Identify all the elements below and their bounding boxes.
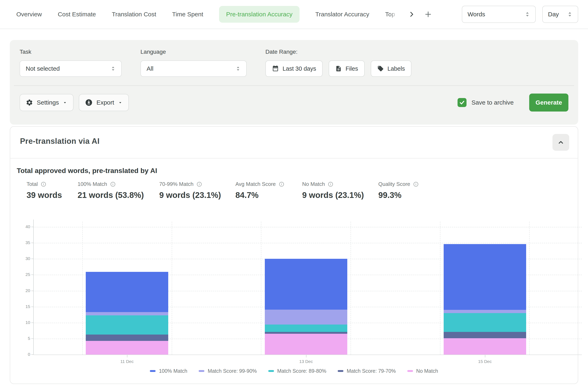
filter-divider bbox=[14, 85, 574, 86]
stat-value: 9 words (23.1%) bbox=[159, 191, 221, 200]
stat-label: Total bbox=[26, 181, 38, 187]
chevron-up-icon bbox=[557, 139, 564, 146]
files-filter-label: Files bbox=[345, 65, 358, 72]
language-select-value: All bbox=[147, 65, 153, 72]
info-icon[interactable] bbox=[110, 181, 116, 187]
info-icon[interactable] bbox=[413, 181, 419, 187]
report-tabbar: OverviewCost EstimateTranslation CostTim… bbox=[0, 0, 588, 29]
stat-avg-match-score: Avg Match Score84.7% bbox=[235, 181, 284, 200]
file-icon bbox=[335, 65, 342, 72]
period-select[interactable]: Day bbox=[542, 6, 578, 23]
generate-button[interactable]: Generate bbox=[529, 94, 568, 111]
export-button-label: Export bbox=[96, 99, 114, 106]
add-report-button[interactable] bbox=[424, 11, 432, 18]
tab-list: OverviewCost EstimateTranslation CostTim… bbox=[16, 6, 399, 23]
chevron-right-icon bbox=[408, 11, 415, 18]
save-to-archive-checkbox[interactable] bbox=[458, 98, 466, 107]
tab-time-spent[interactable]: Time Spent bbox=[172, 11, 203, 18]
tab-translator-accuracy[interactable]: Translator Accuracy bbox=[315, 11, 369, 18]
tab-pre-translation-accuracy[interactable]: Pre-translation Accuracy bbox=[219, 6, 299, 23]
caret-down-icon bbox=[118, 100, 123, 105]
pretranslation-panel: Pre-translation via AI Total approved wo… bbox=[10, 126, 578, 384]
calendar-icon bbox=[272, 65, 279, 72]
download-circle-icon bbox=[85, 99, 93, 107]
stat-label: Quality Score bbox=[378, 181, 410, 187]
period-select-value: Day bbox=[548, 11, 559, 18]
panel-title: Pre-translation via AI bbox=[20, 137, 100, 146]
language-select[interactable]: All bbox=[141, 61, 247, 77]
date-range-label: Date Range: bbox=[265, 49, 411, 55]
updown-arrows-icon bbox=[567, 11, 572, 18]
gear-icon bbox=[26, 99, 33, 106]
stat-quality-score: Quality Score99.3% bbox=[378, 181, 419, 200]
tab-translation-cost[interactable]: Translation Cost bbox=[112, 11, 156, 18]
stat-no-match: No Match9 words (23.1%) bbox=[302, 181, 364, 200]
unit-select[interactable]: Words bbox=[462, 6, 536, 23]
stat-label: Avg Match Score bbox=[235, 181, 276, 187]
stat-label: 70-99% Match bbox=[159, 181, 193, 187]
settings-dropdown-button[interactable]: Settings bbox=[20, 94, 74, 111]
report-filter-card: Task Not selected Language All bbox=[10, 40, 578, 125]
info-icon[interactable] bbox=[41, 181, 46, 187]
report-page: OverviewCost EstimateTranslation CostTim… bbox=[0, 0, 588, 385]
tab-overflow-button[interactable] bbox=[408, 11, 415, 18]
stat-label: No Match bbox=[302, 181, 325, 187]
stat-100-match: 100% Match21 words (53.8%) bbox=[78, 181, 144, 200]
stat-value: 9 words (23.1%) bbox=[302, 191, 364, 200]
tab-cost-estimate[interactable]: Cost Estimate bbox=[58, 11, 96, 18]
panel-header: Pre-translation via AI bbox=[10, 127, 578, 158]
files-filter-button[interactable]: Files bbox=[329, 61, 364, 77]
updown-arrows-icon bbox=[525, 11, 530, 18]
tab-top[interactable]: Top bbox=[385, 11, 399, 18]
stat-70-99-match: 70-99% Match9 words (23.1%) bbox=[159, 181, 221, 200]
date-range-button[interactable]: Last 30 days bbox=[265, 61, 323, 77]
info-icon[interactable] bbox=[328, 181, 333, 187]
info-icon[interactable] bbox=[279, 181, 284, 187]
stat-value: 99.3% bbox=[378, 191, 419, 200]
export-dropdown-button[interactable]: Export bbox=[79, 94, 129, 111]
task-select-value: Not selected bbox=[26, 65, 60, 72]
unit-select-value: Words bbox=[467, 11, 485, 18]
tabbar-right-controls: Words Day bbox=[462, 6, 578, 23]
task-label: Task bbox=[20, 49, 122, 55]
caret-down-icon bbox=[63, 100, 67, 105]
stats-row: Total39 words100% Match21 words (53.8%)7… bbox=[10, 181, 578, 208]
stat-value: 39 words bbox=[26, 191, 62, 200]
task-select[interactable]: Not selected bbox=[20, 61, 122, 77]
settings-button-label: Settings bbox=[37, 99, 59, 106]
language-label: Language bbox=[141, 49, 247, 55]
tag-icon bbox=[377, 65, 384, 72]
collapse-panel-button[interactable] bbox=[552, 134, 569, 151]
filter-row: Task Not selected Language All bbox=[20, 49, 568, 77]
stat-total: Total39 words bbox=[26, 181, 62, 200]
stat-label: 100% Match bbox=[78, 181, 107, 187]
date-range-button-label: Last 30 days bbox=[283, 65, 316, 72]
stat-value: 84.7% bbox=[235, 191, 284, 200]
labels-filter-label: Labels bbox=[387, 65, 405, 72]
labels-filter-button[interactable]: Labels bbox=[371, 61, 411, 77]
stat-value: 21 words (53.8%) bbox=[78, 191, 144, 200]
actions-row: Settings Export Save to archive bbox=[20, 94, 568, 111]
plus-icon bbox=[424, 11, 432, 18]
save-to-archive-label: Save to archive bbox=[471, 99, 514, 106]
tab-overview[interactable]: Overview bbox=[16, 11, 42, 18]
updown-arrows-icon bbox=[111, 65, 116, 72]
info-icon[interactable] bbox=[196, 181, 202, 187]
updown-arrows-icon bbox=[236, 65, 240, 72]
chart-section-title: Total approved words, pre-translated by … bbox=[17, 167, 157, 175]
